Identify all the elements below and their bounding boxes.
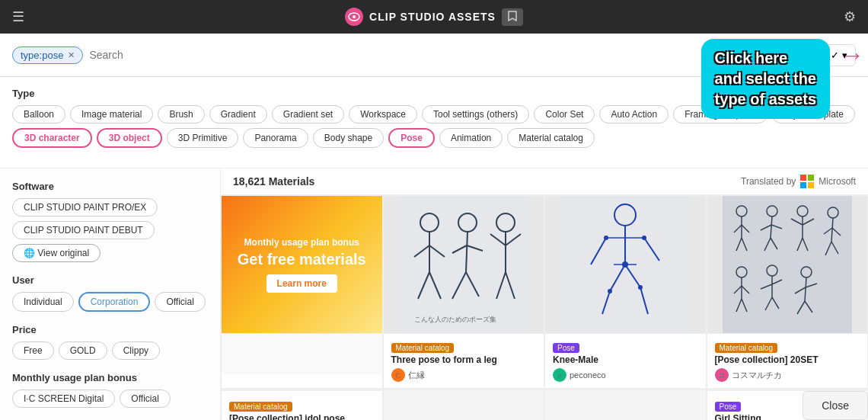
gear-icon[interactable]: ⚙ (844, 8, 856, 25)
author-avatar: 仁 (391, 368, 405, 382)
chip-gradient-set[interactable]: Gradient set (272, 105, 344, 123)
card-pose-20set[interactable]: Material catalog [Pose collection] 20SET… (707, 195, 869, 389)
svg-line-59 (831, 242, 838, 254)
close-button[interactable]: Close (803, 391, 868, 420)
chip-brush[interactable]: Brush (158, 105, 204, 123)
search-collapse-button[interactable]: ▲ (792, 41, 819, 69)
chip-gradient[interactable]: Gradient (209, 105, 267, 123)
check-dropdown-icon: ▾ (842, 50, 847, 61)
svg-line-62 (734, 286, 742, 293)
card-category-badge: Material catalog (391, 343, 455, 353)
translated-by-text: Translated by (741, 176, 796, 187)
svg-line-70 (765, 297, 772, 310)
microsoft-logo (800, 175, 814, 188)
chip-csp-debut[interactable]: CLIP STUDIO PAINT DEBUT (12, 221, 155, 239)
chip-balloon[interactable]: Balloon (12, 105, 65, 123)
chip-gold[interactable]: GOLD (59, 341, 107, 360)
search-input[interactable] (89, 49, 764, 61)
header: ☰ CLIP STUDIO ASSETS ⚙ (0, 0, 868, 34)
chip-workspace[interactable]: Workspace (349, 105, 417, 123)
search-actions: ✕ ▲ ✓ ▾ (771, 41, 856, 69)
svg-point-72 (801, 267, 812, 277)
chip-3d-primitive[interactable]: 3D Primitive (167, 128, 239, 148)
chip-3d-object[interactable]: 3D object (97, 128, 162, 148)
banner-text-2: Get free materials (238, 251, 366, 268)
card-three-pose[interactable]: こんな人のためのポーズ集 Material catalog Three pose… (383, 195, 545, 389)
svg-line-63 (742, 286, 749, 293)
svg-point-21 (614, 204, 636, 226)
card-empty-3 (544, 390, 707, 420)
tag-close-icon[interactable]: ✕ (68, 50, 75, 60)
filters-panel: Type Balloon Image material Brush Gradie… (0, 77, 868, 168)
type-filter-chips: Balloon Image material Brush Gradient Gr… (12, 105, 856, 148)
chip-animation[interactable]: Animation (439, 128, 503, 148)
banner-text-1: Monthly usage plan bonus (244, 237, 359, 248)
tag-text: type:pose (21, 50, 63, 61)
svg-point-8 (458, 213, 477, 232)
chip-free[interactable]: Free (12, 341, 54, 360)
chip-tool-settings[interactable]: Tool settings (others) (422, 105, 529, 123)
search-check-button[interactable]: ✓ ▾ (822, 44, 856, 66)
svg-line-68 (761, 284, 772, 289)
view-original-btn[interactable]: 🌐 View original (12, 244, 101, 262)
search-clear-button[interactable]: ✕ (771, 46, 789, 64)
chip-framing-template[interactable]: Framing template (673, 105, 767, 123)
svg-point-35 (642, 236, 646, 240)
chip-pose[interactable]: Pose (388, 128, 435, 148)
svg-point-1 (353, 15, 356, 18)
chip-color-set[interactable]: Color Set (534, 105, 595, 123)
search-tag-pose[interactable]: type:pose ✕ (12, 46, 83, 64)
software-chips: CLIP STUDIO PAINT PRO/EX CLIP STUDIO PAI… (12, 198, 208, 262)
chip-ic-screen[interactable]: I·C SCREEN Digital (12, 390, 115, 408)
svg-line-39 (742, 225, 749, 232)
svg-line-50 (791, 219, 803, 225)
chip-monthly-official[interactable]: Official (120, 390, 170, 408)
svg-line-53 (803, 238, 808, 251)
card-category-badge: Material catalog (715, 343, 778, 353)
svg-line-45 (771, 225, 782, 229)
chip-image-material[interactable]: Image material (70, 105, 153, 123)
card-author-knee-male: p peconeco (553, 368, 698, 382)
sidebar-filters: Software CLIP STUDIO PAINT PRO/EX CLIP S… (0, 168, 221, 420)
chip-body-shape[interactable]: Body shape (313, 128, 384, 148)
chip-material-catalog[interactable]: Material catalog (507, 128, 595, 148)
svg-line-56 (824, 228, 832, 234)
materials-count: 18,621 Materials (233, 175, 314, 188)
content-area: 18,621 Materials Translated by Microsoft (221, 168, 868, 420)
card-banner: Monthly usage plan bonus Get free materi… (221, 195, 383, 389)
svg-line-46 (764, 238, 771, 251)
svg-line-57 (832, 228, 841, 236)
bookmark-icon[interactable] (502, 8, 523, 26)
card-title-pose-20set: [Pose collection] 20SET (715, 354, 860, 365)
svg-text:こんな人のためのポーズ集: こんな人のためのポーズ集 (414, 316, 496, 323)
svg-line-77 (805, 301, 812, 313)
card-idol-pose[interactable]: Material catalog [Pose collection] idol … (221, 390, 383, 420)
svg-line-76 (797, 301, 805, 314)
svg-point-31 (622, 261, 628, 268)
svg-point-34 (604, 236, 608, 240)
monthly-section: Monthly usage plan bonus I·C SCREEN Digi… (12, 372, 208, 408)
card-thumb-pose-20set (707, 196, 868, 333)
banner-learn-more-button[interactable]: Learn more (266, 274, 337, 293)
chip-clippy[interactable]: Clippy (112, 341, 160, 360)
chip-3d-character[interactable]: 3D character (12, 128, 92, 148)
svg-line-75 (806, 284, 817, 287)
chip-csp-pro[interactable]: CLIP STUDIO PAINT PRO/EX (12, 198, 158, 216)
svg-line-6 (418, 272, 429, 299)
chip-official[interactable]: Official (155, 292, 205, 312)
user-section: User Individual Corporation Official (12, 274, 208, 312)
card-knee-male[interactable]: Pose Knee-Male p peconeco (544, 195, 707, 389)
chip-layer-template[interactable]: Layer template (772, 105, 855, 123)
svg-point-60 (736, 267, 747, 277)
software-label: Software (12, 181, 208, 192)
card-author-three-pose: 仁 仁縁 (391, 368, 537, 382)
chip-panorama[interactable]: Panorama (243, 128, 308, 148)
svg-line-55 (831, 218, 833, 242)
svg-line-58 (825, 242, 831, 255)
chip-corporation[interactable]: Corporation (78, 292, 151, 312)
chip-individual[interactable]: Individual (12, 292, 74, 312)
svg-line-69 (772, 280, 782, 284)
chip-auto-action[interactable]: Auto Action (599, 105, 669, 123)
menu-icon[interactable]: ☰ (12, 8, 24, 25)
type-filter-section: Type Balloon Image material Brush Gradie… (12, 88, 856, 148)
